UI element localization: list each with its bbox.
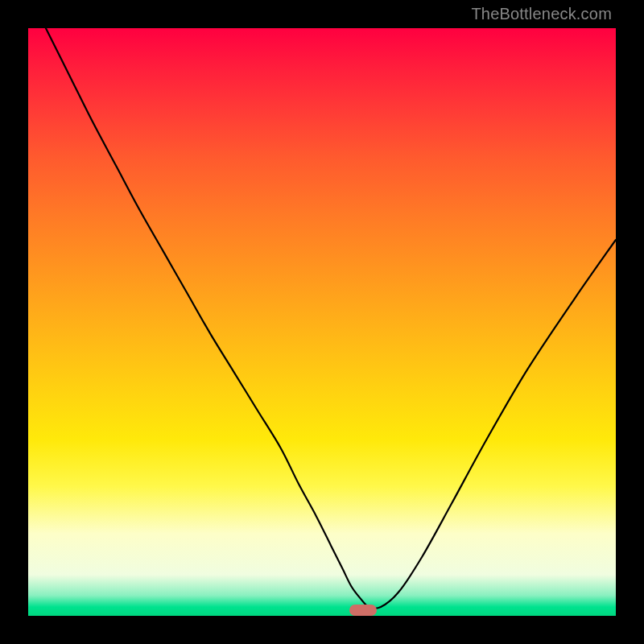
optimal-point-marker (349, 605, 377, 616)
bottleneck-curve (28, 28, 616, 616)
bottleneck-curve-path (46, 28, 616, 609)
watermark-text: TheBottleneck.com (471, 5, 612, 23)
plot-area (28, 28, 616, 616)
chart-frame: TheBottleneck.com (0, 0, 644, 644)
